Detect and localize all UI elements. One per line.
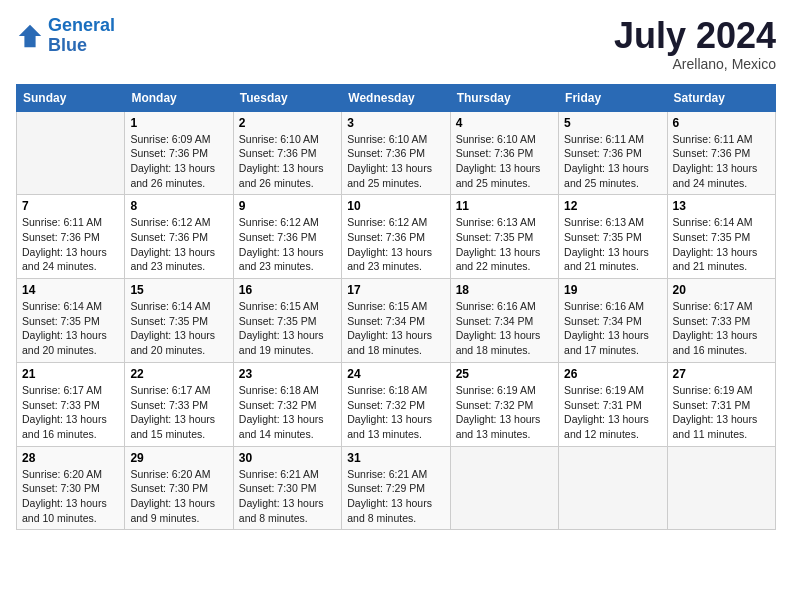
logo-text: General Blue: [48, 16, 115, 56]
calendar-cell: 23 Sunrise: 6:18 AMSunset: 7:32 PMDaylig…: [233, 362, 341, 446]
page-header: General Blue July 2024 Arellano, Mexico: [16, 16, 776, 72]
calendar-cell: 1 Sunrise: 6:09 AMSunset: 7:36 PMDayligh…: [125, 111, 233, 195]
day-info: Sunrise: 6:17 AMSunset: 7:33 PMDaylight:…: [22, 383, 119, 442]
col-header-thursday: Thursday: [450, 84, 558, 111]
calendar-cell: [667, 446, 775, 530]
day-info: Sunrise: 6:17 AMSunset: 7:33 PMDaylight:…: [673, 299, 770, 358]
calendar-cell: 30 Sunrise: 6:21 AMSunset: 7:30 PMDaylig…: [233, 446, 341, 530]
day-number: 9: [239, 199, 336, 213]
col-header-tuesday: Tuesday: [233, 84, 341, 111]
day-info: Sunrise: 6:10 AMSunset: 7:36 PMDaylight:…: [347, 132, 444, 191]
day-info: Sunrise: 6:14 AMSunset: 7:35 PMDaylight:…: [673, 215, 770, 274]
week-row-4: 21 Sunrise: 6:17 AMSunset: 7:33 PMDaylig…: [17, 362, 776, 446]
day-info: Sunrise: 6:10 AMSunset: 7:36 PMDaylight:…: [239, 132, 336, 191]
month-title: July 2024: [614, 16, 776, 56]
day-info: Sunrise: 6:14 AMSunset: 7:35 PMDaylight:…: [22, 299, 119, 358]
calendar-cell: 8 Sunrise: 6:12 AMSunset: 7:36 PMDayligh…: [125, 195, 233, 279]
day-number: 29: [130, 451, 227, 465]
calendar-table: SundayMondayTuesdayWednesdayThursdayFrid…: [16, 84, 776, 531]
calendar-cell: 29 Sunrise: 6:20 AMSunset: 7:30 PMDaylig…: [125, 446, 233, 530]
day-number: 4: [456, 116, 553, 130]
day-number: 16: [239, 283, 336, 297]
day-number: 12: [564, 199, 661, 213]
calendar-cell: 5 Sunrise: 6:11 AMSunset: 7:36 PMDayligh…: [559, 111, 667, 195]
calendar-cell: 16 Sunrise: 6:15 AMSunset: 7:35 PMDaylig…: [233, 279, 341, 363]
day-info: Sunrise: 6:10 AMSunset: 7:36 PMDaylight:…: [456, 132, 553, 191]
calendar-cell: 18 Sunrise: 6:16 AMSunset: 7:34 PMDaylig…: [450, 279, 558, 363]
calendar-cell: 19 Sunrise: 6:16 AMSunset: 7:34 PMDaylig…: [559, 279, 667, 363]
day-info: Sunrise: 6:11 AMSunset: 7:36 PMDaylight:…: [564, 132, 661, 191]
day-number: 24: [347, 367, 444, 381]
title-block: July 2024 Arellano, Mexico: [614, 16, 776, 72]
day-number: 31: [347, 451, 444, 465]
day-number: 14: [22, 283, 119, 297]
day-info: Sunrise: 6:19 AMSunset: 7:32 PMDaylight:…: [456, 383, 553, 442]
day-number: 27: [673, 367, 770, 381]
calendar-cell: 28 Sunrise: 6:20 AMSunset: 7:30 PMDaylig…: [17, 446, 125, 530]
day-info: Sunrise: 6:14 AMSunset: 7:35 PMDaylight:…: [130, 299, 227, 358]
day-info: Sunrise: 6:17 AMSunset: 7:33 PMDaylight:…: [130, 383, 227, 442]
day-info: Sunrise: 6:18 AMSunset: 7:32 PMDaylight:…: [239, 383, 336, 442]
calendar-cell: 2 Sunrise: 6:10 AMSunset: 7:36 PMDayligh…: [233, 111, 341, 195]
day-number: 25: [456, 367, 553, 381]
calendar-cell: 4 Sunrise: 6:10 AMSunset: 7:36 PMDayligh…: [450, 111, 558, 195]
day-info: Sunrise: 6:21 AMSunset: 7:30 PMDaylight:…: [239, 467, 336, 526]
day-info: Sunrise: 6:13 AMSunset: 7:35 PMDaylight:…: [564, 215, 661, 274]
day-info: Sunrise: 6:12 AMSunset: 7:36 PMDaylight:…: [130, 215, 227, 274]
day-number: 17: [347, 283, 444, 297]
calendar-cell: [559, 446, 667, 530]
calendar-cell: 21 Sunrise: 6:17 AMSunset: 7:33 PMDaylig…: [17, 362, 125, 446]
calendar-cell: 26 Sunrise: 6:19 AMSunset: 7:31 PMDaylig…: [559, 362, 667, 446]
day-info: Sunrise: 6:15 AMSunset: 7:34 PMDaylight:…: [347, 299, 444, 358]
calendar-header-row: SundayMondayTuesdayWednesdayThursdayFrid…: [17, 84, 776, 111]
day-info: Sunrise: 6:15 AMSunset: 7:35 PMDaylight:…: [239, 299, 336, 358]
svg-marker-0: [19, 25, 41, 47]
calendar-cell: 6 Sunrise: 6:11 AMSunset: 7:36 PMDayligh…: [667, 111, 775, 195]
day-info: Sunrise: 6:20 AMSunset: 7:30 PMDaylight:…: [22, 467, 119, 526]
day-info: Sunrise: 6:11 AMSunset: 7:36 PMDaylight:…: [673, 132, 770, 191]
day-info: Sunrise: 6:20 AMSunset: 7:30 PMDaylight:…: [130, 467, 227, 526]
calendar-cell: 7 Sunrise: 6:11 AMSunset: 7:36 PMDayligh…: [17, 195, 125, 279]
day-number: 6: [673, 116, 770, 130]
day-number: 22: [130, 367, 227, 381]
day-info: Sunrise: 6:16 AMSunset: 7:34 PMDaylight:…: [564, 299, 661, 358]
week-row-3: 14 Sunrise: 6:14 AMSunset: 7:35 PMDaylig…: [17, 279, 776, 363]
calendar-cell: 10 Sunrise: 6:12 AMSunset: 7:36 PMDaylig…: [342, 195, 450, 279]
calendar-cell: [17, 111, 125, 195]
calendar-cell: 9 Sunrise: 6:12 AMSunset: 7:36 PMDayligh…: [233, 195, 341, 279]
location: Arellano, Mexico: [614, 56, 776, 72]
day-number: 30: [239, 451, 336, 465]
day-info: Sunrise: 6:19 AMSunset: 7:31 PMDaylight:…: [564, 383, 661, 442]
calendar-cell: 27 Sunrise: 6:19 AMSunset: 7:31 PMDaylig…: [667, 362, 775, 446]
day-number: 26: [564, 367, 661, 381]
day-number: 10: [347, 199, 444, 213]
logo-icon: [16, 22, 44, 50]
calendar-cell: 20 Sunrise: 6:17 AMSunset: 7:33 PMDaylig…: [667, 279, 775, 363]
day-number: 23: [239, 367, 336, 381]
day-number: 2: [239, 116, 336, 130]
day-number: 13: [673, 199, 770, 213]
day-number: 21: [22, 367, 119, 381]
week-row-5: 28 Sunrise: 6:20 AMSunset: 7:30 PMDaylig…: [17, 446, 776, 530]
day-number: 1: [130, 116, 227, 130]
col-header-sunday: Sunday: [17, 84, 125, 111]
day-info: Sunrise: 6:16 AMSunset: 7:34 PMDaylight:…: [456, 299, 553, 358]
day-number: 18: [456, 283, 553, 297]
calendar-cell: 24 Sunrise: 6:18 AMSunset: 7:32 PMDaylig…: [342, 362, 450, 446]
col-header-wednesday: Wednesday: [342, 84, 450, 111]
day-number: 3: [347, 116, 444, 130]
day-info: Sunrise: 6:13 AMSunset: 7:35 PMDaylight:…: [456, 215, 553, 274]
day-number: 5: [564, 116, 661, 130]
day-info: Sunrise: 6:09 AMSunset: 7:36 PMDaylight:…: [130, 132, 227, 191]
day-number: 8: [130, 199, 227, 213]
col-header-monday: Monday: [125, 84, 233, 111]
calendar-cell: 13 Sunrise: 6:14 AMSunset: 7:35 PMDaylig…: [667, 195, 775, 279]
day-number: 20: [673, 283, 770, 297]
calendar-cell: 12 Sunrise: 6:13 AMSunset: 7:35 PMDaylig…: [559, 195, 667, 279]
calendar-cell: 3 Sunrise: 6:10 AMSunset: 7:36 PMDayligh…: [342, 111, 450, 195]
day-number: 11: [456, 199, 553, 213]
week-row-1: 1 Sunrise: 6:09 AMSunset: 7:36 PMDayligh…: [17, 111, 776, 195]
calendar-cell: [450, 446, 558, 530]
day-info: Sunrise: 6:11 AMSunset: 7:36 PMDaylight:…: [22, 215, 119, 274]
calendar-cell: 11 Sunrise: 6:13 AMSunset: 7:35 PMDaylig…: [450, 195, 558, 279]
